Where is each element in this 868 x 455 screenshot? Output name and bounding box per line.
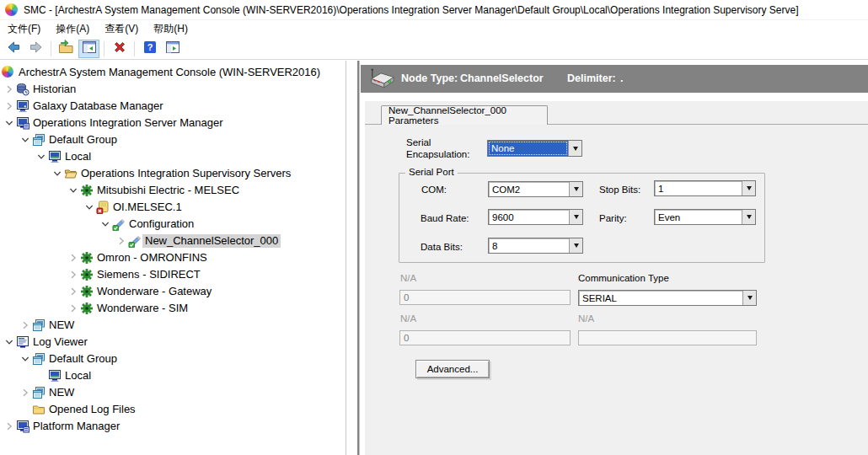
chevron-right-icon[interactable] bbox=[4, 421, 14, 431]
tree-item[interactable]: Local bbox=[0, 148, 346, 165]
delimiter-value: . bbox=[620, 72, 623, 84]
baud-rate-value: 9600 bbox=[489, 210, 569, 224]
tree-item[interactable]: Opened Log Files bbox=[0, 401, 346, 418]
archestra-logo-icon bbox=[5, 3, 18, 16]
tree-item[interactable]: Operations Integration Supervisory Serve… bbox=[0, 165, 346, 182]
gear-icon bbox=[80, 251, 94, 265]
baud-rate-combo[interactable]: 9600 bbox=[488, 209, 583, 225]
com-combo[interactable]: COM2 bbox=[488, 181, 583, 197]
stop-bits-combo[interactable]: 1 bbox=[654, 180, 756, 196]
tree-item[interactable]: Default Group bbox=[0, 131, 346, 148]
tree-item-label: Wonderware - SIM bbox=[94, 302, 190, 315]
tree-item[interactable]: Operations Integration Server Manager bbox=[0, 115, 346, 131]
forward-button[interactable] bbox=[25, 40, 46, 58]
pencil-check-icon bbox=[112, 217, 126, 231]
gear-icon bbox=[80, 268, 94, 281]
chevron-down-icon[interactable] bbox=[100, 219, 110, 229]
tree-item-label: Local bbox=[62, 369, 94, 383]
group-icon bbox=[32, 386, 46, 399]
tree-item[interactable]: Platform Manager bbox=[0, 418, 346, 435]
monitor-log-icon bbox=[16, 335, 29, 349]
chevron-right-icon[interactable] bbox=[68, 270, 78, 280]
show-properties-icon bbox=[165, 40, 180, 58]
tree-item[interactable]: OI.MELSEC.1 bbox=[0, 199, 346, 216]
data-bits-label: Data Bits: bbox=[421, 242, 463, 252]
dropdown-arrow-icon[interactable] bbox=[569, 182, 582, 196]
na-input-3 bbox=[578, 330, 757, 345]
communication-type-label: Communication Type bbox=[578, 273, 669, 283]
chevron-down-icon[interactable] bbox=[4, 118, 14, 128]
data-bits-value: 8 bbox=[489, 238, 569, 253]
tree-item[interactable]: Wonderware - SIM bbox=[0, 300, 346, 317]
stop-bits-label: Stop Bits: bbox=[599, 185, 640, 195]
chevron-down-icon[interactable] bbox=[4, 337, 14, 347]
tree-item[interactable]: ArchestrA System Management Console (WIN… bbox=[0, 64, 346, 81]
chevron-down-icon[interactable] bbox=[52, 169, 62, 179]
chevron-right-icon[interactable] bbox=[116, 236, 126, 246]
title-bar: SMC - [ArchestrA System Management Conso… bbox=[0, 0, 868, 20]
chevron-right-icon[interactable] bbox=[4, 84, 14, 94]
tree-item[interactable]: Wonderware - Gateway bbox=[0, 283, 346, 300]
tree-item[interactable]: NEW bbox=[0, 384, 346, 401]
tree-item-label: Log Viewer bbox=[30, 335, 90, 349]
tree-item[interactable]: Mitsubishi Electric - MELSEC bbox=[0, 182, 346, 199]
delete-button[interactable] bbox=[109, 40, 130, 58]
help-icon: ? bbox=[142, 40, 158, 58]
chevron-right-icon[interactable] bbox=[4, 101, 14, 111]
chevron-down-icon[interactable] bbox=[68, 185, 78, 195]
chevron-right-icon[interactable] bbox=[68, 303, 78, 313]
show-properties-button[interactable] bbox=[162, 40, 183, 58]
dropdown-arrow-icon[interactable] bbox=[742, 210, 755, 224]
tree-item[interactable]: Log Viewer bbox=[0, 334, 346, 351]
chevron-down-icon[interactable] bbox=[36, 152, 46, 162]
toolbar-separator bbox=[51, 41, 51, 56]
monitor-server-icon bbox=[16, 116, 29, 130]
gear-icon bbox=[80, 184, 94, 197]
monitor-icon bbox=[48, 369, 62, 383]
menu-help[interactable]: 帮助(H) bbox=[146, 20, 196, 38]
menu-action[interactable]: 操作(A) bbox=[48, 20, 97, 38]
chevron-right-icon[interactable] bbox=[68, 286, 78, 297]
back-button[interactable] bbox=[3, 40, 24, 58]
dropdown-arrow-icon[interactable] bbox=[742, 291, 756, 305]
communication-type-combo[interactable]: SERIAL bbox=[578, 290, 757, 306]
show-console-tree-button[interactable] bbox=[78, 40, 99, 58]
tree-item[interactable]: Default Group bbox=[0, 351, 346, 367]
tab-parameters[interactable]: New_ChannelSelector_000 Parameters bbox=[381, 105, 548, 125]
chevron-down-icon[interactable] bbox=[20, 135, 30, 145]
chevron-down-icon[interactable] bbox=[20, 354, 30, 364]
device-node-icon bbox=[368, 67, 397, 94]
tree-item[interactable]: Configuration bbox=[0, 216, 346, 233]
chevron-right-icon[interactable] bbox=[68, 253, 78, 263]
back-icon bbox=[6, 40, 21, 58]
tree-item[interactable]: New_ChannelSelector_000 bbox=[0, 233, 346, 249]
serial-encapsulation-combo[interactable]: None bbox=[487, 140, 582, 157]
node-type-label: Node Type: bbox=[401, 72, 458, 84]
chevron-down-icon[interactable] bbox=[84, 202, 94, 212]
export-list-button[interactable] bbox=[56, 40, 77, 58]
menu-view[interactable]: 查看(V) bbox=[97, 20, 146, 38]
menu-file[interactable]: 文件(F) bbox=[0, 20, 48, 38]
tree-item[interactable]: Siemens - SIDIRECT bbox=[0, 266, 346, 283]
node-header-bar: Node Type: ChannelSelector Delimiter: . bbox=[361, 65, 868, 93]
tree-item[interactable]: Historian bbox=[0, 81, 346, 98]
dropdown-arrow-icon[interactable] bbox=[742, 181, 755, 195]
forward-icon bbox=[29, 40, 44, 58]
dropdown-arrow-icon[interactable] bbox=[569, 210, 582, 224]
data-bits-combo[interactable]: 8 bbox=[488, 238, 583, 254]
tree-pane-border bbox=[346, 61, 346, 455]
pane-splitter[interactable] bbox=[357, 61, 360, 455]
node-type-value: ChannelSelector bbox=[460, 72, 544, 84]
tree-item[interactable]: NEW bbox=[0, 317, 346, 334]
chevron-right-icon[interactable] bbox=[20, 388, 30, 398]
export-list-icon bbox=[58, 40, 74, 58]
chevron-right-icon[interactable] bbox=[20, 320, 30, 330]
tree-item[interactable]: Local bbox=[0, 367, 346, 384]
dropdown-arrow-icon[interactable] bbox=[568, 141, 581, 156]
dropdown-arrow-icon[interactable] bbox=[569, 238, 582, 253]
tree-item[interactable]: Galaxy Database Manager bbox=[0, 98, 346, 115]
advanced-button[interactable]: Advanced... bbox=[415, 360, 490, 378]
help-button[interactable]: ? bbox=[139, 40, 160, 58]
parity-combo[interactable]: Even bbox=[654, 209, 756, 225]
tree-item[interactable]: Omron - OMRONFINS bbox=[0, 249, 346, 266]
